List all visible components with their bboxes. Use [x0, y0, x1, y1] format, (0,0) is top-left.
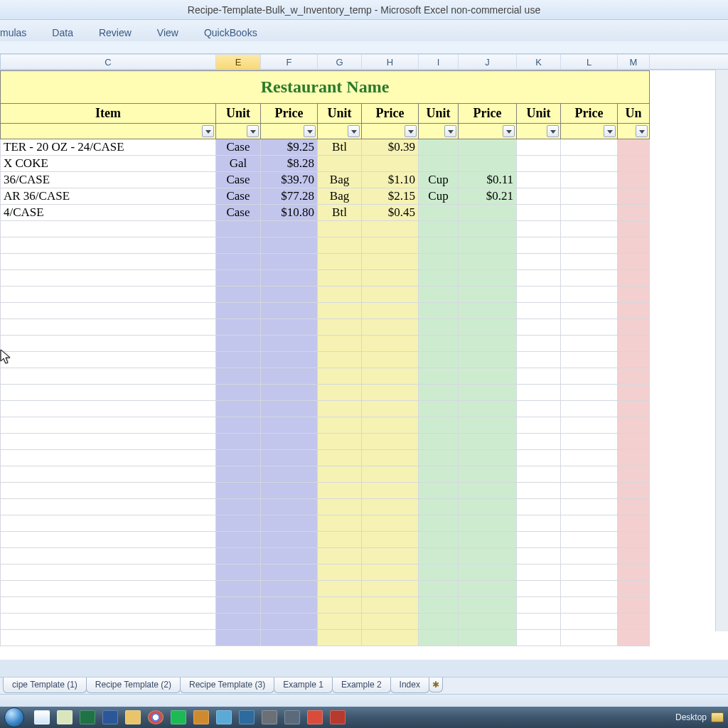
- cell[interactable]: [216, 319, 261, 336]
- cell[interactable]: [561, 188, 618, 205]
- cell[interactable]: [318, 254, 362, 270]
- cell[interactable]: [216, 564, 261, 581]
- cell[interactable]: [561, 466, 618, 483]
- cell[interactable]: [517, 532, 561, 548]
- sheet-tab[interactable]: Example 1: [274, 678, 333, 693]
- cell[interactable]: [618, 156, 650, 172]
- cell[interactable]: [419, 630, 459, 646]
- cell[interactable]: [216, 483, 261, 499]
- ribbon-tab-review[interactable]: Review: [99, 27, 132, 38]
- cell[interactable]: [362, 417, 419, 434]
- cell[interactable]: [419, 450, 459, 466]
- cell[interactable]: [261, 336, 318, 352]
- cell[interactable]: [419, 205, 459, 221]
- cell[interactable]: $9.25: [261, 139, 318, 156]
- cell[interactable]: [1, 270, 216, 287]
- cell[interactable]: [1, 597, 216, 614]
- cell[interactable]: [419, 597, 459, 614]
- cell[interactable]: Btl: [318, 139, 362, 156]
- cell[interactable]: [459, 156, 517, 172]
- cell[interactable]: [1, 483, 216, 499]
- taskbar-app-icon[interactable]: [34, 710, 50, 724]
- cell[interactable]: [419, 417, 459, 434]
- cell[interactable]: [318, 434, 362, 450]
- cell[interactable]: [1, 336, 216, 352]
- cell[interactable]: [419, 319, 459, 336]
- taskbar-app-icon[interactable]: [330, 710, 346, 724]
- cell[interactable]: [261, 221, 318, 237]
- cell[interactable]: [362, 630, 419, 646]
- ribbon-tab-quickbooks[interactable]: QuickBooks: [204, 27, 257, 38]
- cell[interactable]: [459, 630, 517, 646]
- cell[interactable]: [561, 581, 618, 597]
- cell[interactable]: [261, 254, 318, 270]
- filter-dropdown-button[interactable]: [247, 125, 259, 137]
- cell[interactable]: [517, 450, 561, 466]
- cell[interactable]: [261, 385, 318, 401]
- cell[interactable]: [1, 450, 216, 466]
- cell[interactable]: [561, 450, 618, 466]
- cell[interactable]: [561, 564, 618, 581]
- taskbar-excel-icon[interactable]: [80, 710, 95, 724]
- cell[interactable]: [419, 368, 459, 385]
- filter-dropdown-button[interactable]: [405, 125, 417, 137]
- cell[interactable]: [1, 303, 216, 319]
- start-button[interactable]: [4, 707, 24, 727]
- cell[interactable]: [459, 205, 517, 221]
- cell[interactable]: $2.15: [362, 188, 419, 205]
- cell[interactable]: [1, 254, 216, 270]
- cell[interactable]: [362, 385, 419, 401]
- cell[interactable]: [261, 303, 318, 319]
- cell[interactable]: [561, 614, 618, 630]
- cell[interactable]: [561, 385, 618, 401]
- ribbon-tab-data[interactable]: Data: [52, 27, 73, 38]
- cell[interactable]: [618, 368, 650, 385]
- vertical-scrollbar[interactable]: [715, 70, 728, 631]
- cell[interactable]: [459, 434, 517, 450]
- cell[interactable]: $8.28: [261, 156, 318, 172]
- cell[interactable]: [318, 221, 362, 237]
- cell[interactable]: [419, 401, 459, 417]
- cell[interactable]: Case: [216, 139, 261, 156]
- cell[interactable]: [1, 581, 216, 597]
- cell[interactable]: [261, 368, 318, 385]
- cell[interactable]: Case: [216, 172, 261, 188]
- cell[interactable]: [318, 466, 362, 483]
- cell[interactable]: [216, 270, 261, 287]
- cell[interactable]: [618, 630, 650, 646]
- filter-dropdown-button[interactable]: [444, 125, 456, 137]
- cell[interactable]: [261, 614, 318, 630]
- cell[interactable]: [459, 581, 517, 597]
- cell[interactable]: [459, 287, 517, 303]
- cell[interactable]: [517, 139, 561, 156]
- cell[interactable]: [561, 237, 618, 254]
- cell[interactable]: [517, 499, 561, 515]
- cell[interactable]: [1, 499, 216, 515]
- cell[interactable]: [1, 287, 216, 303]
- cell[interactable]: [261, 417, 318, 434]
- taskbar-chrome-icon[interactable]: [148, 710, 164, 724]
- cell[interactable]: [561, 319, 618, 336]
- taskbar-word-icon[interactable]: [102, 710, 118, 724]
- cell[interactable]: [1, 548, 216, 564]
- cell[interactable]: [216, 237, 261, 254]
- cell[interactable]: [362, 614, 419, 630]
- cell[interactable]: [459, 352, 517, 368]
- cell[interactable]: [318, 270, 362, 287]
- cell[interactable]: [419, 515, 459, 532]
- filter-dropdown-button[interactable]: [503, 125, 515, 137]
- cell[interactable]: [318, 515, 362, 532]
- filter-dropdown-button[interactable]: [304, 125, 316, 137]
- cell[interactable]: [419, 221, 459, 237]
- cell[interactable]: [216, 287, 261, 303]
- cell[interactable]: Cup: [419, 172, 459, 188]
- sheet-tab[interactable]: Example 2: [332, 678, 391, 693]
- cell[interactable]: [216, 630, 261, 646]
- taskbar-app-icon[interactable]: [307, 710, 323, 724]
- cell[interactable]: [216, 532, 261, 548]
- cell[interactable]: [1, 466, 216, 483]
- taskbar-app-icon[interactable]: [193, 710, 209, 724]
- cell[interactable]: [216, 597, 261, 614]
- cell[interactable]: [618, 139, 650, 156]
- cell[interactable]: [318, 532, 362, 548]
